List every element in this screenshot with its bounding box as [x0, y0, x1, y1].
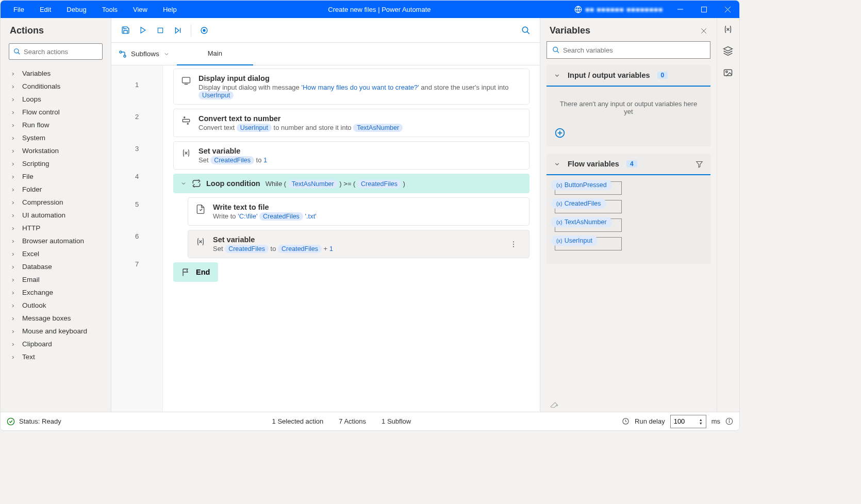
minimize-button[interactable]: [668, 1, 692, 18]
menu-help[interactable]: Help: [155, 6, 185, 13]
step-set-variable-1[interactable]: Set variable Set CreatedFiles to 1: [173, 141, 529, 170]
actions-category-list[interactable]: ›Variables›Conditionals›Loops›Flow contr…: [1, 64, 111, 412]
check-circle-icon: [7, 417, 15, 426]
flow-variables-header[interactable]: Flow variables 4: [547, 154, 710, 175]
filter-icon[interactable]: [696, 160, 703, 168]
run-button[interactable]: [134, 22, 152, 39]
flow-count: 4: [626, 160, 637, 167]
svg-point-32: [725, 71, 727, 73]
svg-point-5: [14, 49, 19, 53]
close-panel-icon[interactable]: [700, 27, 707, 35]
action-category[interactable]: ›System: [3, 131, 109, 144]
step-loop-condition[interactable]: Loop condition While ( TextAsNumber ) >=…: [173, 174, 529, 193]
maximize-button[interactable]: [692, 1, 716, 18]
action-category[interactable]: ›Email: [3, 273, 109, 286]
action-category[interactable]: ›Workstation: [3, 144, 109, 157]
search-flow-button[interactable]: [517, 22, 535, 39]
action-category[interactable]: ›UI automation: [3, 209, 109, 222]
menu-edit[interactable]: Edit: [32, 6, 59, 13]
action-category[interactable]: ›Compression: [3, 196, 109, 209]
menu-file[interactable]: File: [6, 6, 32, 13]
record-button[interactable]: [195, 22, 213, 39]
step-title: Write text to file: [213, 203, 522, 211]
variables-search-input[interactable]: [563, 46, 705, 54]
variables-search[interactable]: [547, 41, 710, 59]
stop-button[interactable]: [152, 22, 169, 39]
step-write-file[interactable]: Write text to file Write to 'C:\file' Cr…: [188, 197, 529, 226]
step-desc: Set CreatedFiles to 1: [198, 156, 522, 164]
step-button[interactable]: [169, 22, 187, 39]
action-category[interactable]: ›Run flow: [3, 119, 109, 131]
action-category[interactable]: ›Conditionals: [3, 80, 109, 93]
section-title: Input / output variables: [568, 71, 650, 79]
titlebar: File Edit Debug Tools View Help Create n…: [1, 1, 739, 18]
subflow-icon: [119, 50, 127, 58]
action-category[interactable]: ›Text: [3, 350, 109, 363]
environment-tag[interactable]: ■■ ■■■■■■ ■■■■■■■■: [574, 6, 668, 13]
action-category[interactable]: ›Mouse and keyboard: [3, 325, 109, 338]
menu-debug[interactable]: Debug: [59, 6, 94, 13]
steps-area: Display input dialog Display input dialo…: [163, 65, 540, 412]
flow-variables-section: Flow variables 4 (x) ButtonPressed(x) Cr…: [547, 154, 710, 264]
action-category[interactable]: ›Variables: [3, 67, 109, 80]
delay-label: Run delay: [635, 417, 665, 425]
action-category[interactable]: ›Scripting: [3, 157, 109, 170]
step-end[interactable]: End: [173, 262, 218, 282]
actions-search-input[interactable]: [24, 48, 98, 56]
io-variables-section: Input / output variables 0 There aren't …: [547, 65, 710, 146]
action-category[interactable]: ›Folder: [3, 183, 109, 196]
svg-point-20: [513, 243, 514, 244]
action-category[interactable]: ›Database: [3, 260, 109, 273]
toolbar: [111, 18, 540, 43]
step-convert-number[interactable]: Convert text to number Convert text User…: [173, 109, 529, 137]
action-category[interactable]: ›File: [3, 170, 109, 183]
flow-variable[interactable]: (x) UserInput: [555, 237, 702, 250]
flow-variable[interactable]: (x) ButtonPressed: [555, 181, 702, 195]
add-io-variable[interactable]: [555, 123, 702, 138]
rail-variables-icon[interactable]: [723, 24, 734, 36]
menu-view[interactable]: View: [125, 6, 155, 13]
clock-icon: [622, 417, 630, 425]
step-more-menu[interactable]: [509, 240, 522, 248]
step-title: End: [196, 268, 210, 276]
flow-variable[interactable]: (x) TextAsNumber: [555, 219, 702, 232]
tab-main[interactable]: Main: [177, 43, 253, 65]
info-icon[interactable]: [725, 417, 733, 425]
status-selected: 1 Selected action: [272, 417, 324, 425]
rail-images-icon[interactable]: [723, 68, 734, 79]
chevron-down-icon: [554, 161, 560, 167]
eraser-icon: [550, 399, 559, 409]
step-title: Display input dialog: [198, 74, 522, 82]
io-variables-header[interactable]: Input / output variables 0: [547, 65, 710, 87]
line-number: 7: [111, 252, 162, 276]
flow-variable[interactable]: (x) CreatedFiles: [555, 200, 702, 213]
subflows-dropdown[interactable]: Subflows: [111, 50, 177, 58]
menu-tools[interactable]: Tools: [94, 6, 125, 13]
delay-input[interactable]: ▲▼: [670, 415, 706, 428]
action-category[interactable]: ›Clipboard: [3, 338, 109, 350]
section-title: Flow variables: [568, 160, 619, 168]
save-button[interactable]: [117, 22, 134, 39]
action-category[interactable]: ›Browser automation: [3, 234, 109, 247]
svg-point-37: [729, 419, 730, 420]
variable-icon: [195, 237, 206, 247]
step-title: Set variable: [198, 147, 522, 155]
chevron-down-icon: [163, 51, 170, 57]
delay-value[interactable]: [674, 417, 694, 425]
action-category[interactable]: ›HTTP: [3, 222, 109, 234]
step-display-dialog[interactable]: Display input dialog Display input dialo…: [173, 69, 529, 105]
svg-line-14: [527, 31, 529, 34]
action-category[interactable]: ›Loops: [3, 93, 109, 106]
actions-search[interactable]: [9, 43, 103, 60]
close-button[interactable]: [716, 1, 739, 18]
rail-layers-icon[interactable]: [723, 46, 734, 57]
step-set-variable-2[interactable]: Set variable Set CreatedFiles to Created…: [188, 230, 529, 258]
action-category[interactable]: ›Outlook: [3, 299, 109, 312]
eraser-button[interactable]: [547, 396, 710, 412]
action-category[interactable]: ›Excel: [3, 247, 109, 260]
step-title: Convert text to number: [198, 114, 522, 123]
action-category[interactable]: ›Exchange: [3, 286, 109, 299]
designer-panel: Subflows Main 1 2 3 4 5 6 7 Display inpu…: [111, 18, 540, 412]
action-category[interactable]: ›Flow control: [3, 106, 109, 119]
action-category[interactable]: ›Message boxes: [3, 312, 109, 325]
